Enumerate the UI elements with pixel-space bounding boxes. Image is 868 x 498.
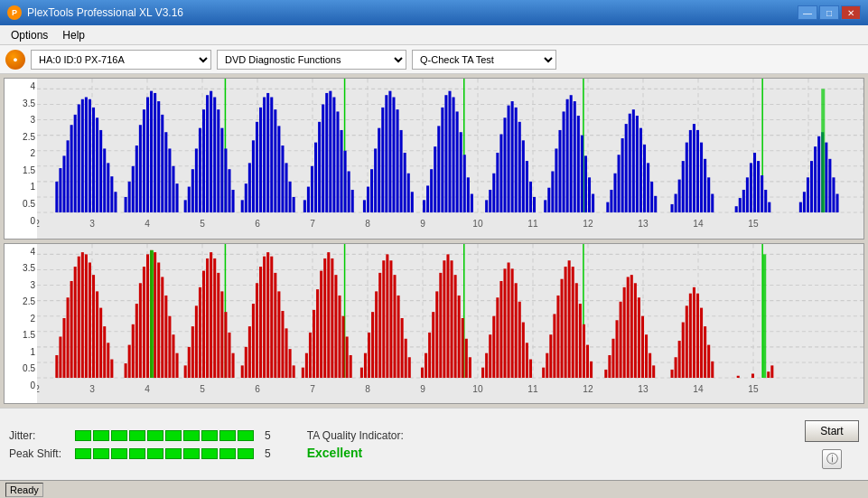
function-select[interactable]: DVD Diagnostic Functions	[217, 50, 406, 70]
menu-options[interactable]: Options	[4, 27, 55, 43]
svg-rect-313	[313, 309, 315, 377]
svg-rect-265	[125, 363, 127, 378]
svg-rect-383	[616, 320, 619, 378]
svg-rect-382	[611, 338, 614, 377]
svg-rect-56	[161, 115, 163, 212]
svg-rect-90	[303, 200, 306, 212]
jitter-bar-1	[75, 430, 91, 441]
svg-rect-410	[770, 365, 773, 378]
minimize-button[interactable]: —	[798, 5, 817, 20]
svg-rect-339	[425, 352, 427, 377]
bottom-chart-y-axis: 4 3.5 3 2.5 2 1.5 1 0.5 0	[5, 244, 37, 404]
maximize-button[interactable]: □	[819, 5, 839, 20]
svg-text:13: 13	[638, 217, 648, 229]
peak-shift-value: 5	[265, 447, 271, 460]
svg-rect-254	[74, 267, 77, 378]
svg-rect-130	[467, 177, 470, 212]
svg-rect-352	[481, 367, 484, 377]
svg-rect-297	[248, 326, 251, 378]
svg-rect-59	[172, 166, 174, 212]
svg-rect-385	[623, 287, 626, 377]
svg-rect-97	[329, 91, 331, 212]
svg-rect-359	[508, 262, 510, 378]
svg-rect-199	[810, 161, 813, 212]
svg-rect-31	[62, 155, 65, 212]
svg-text:5: 5	[200, 217, 205, 229]
svg-rect-99	[336, 111, 339, 212]
svg-rect-384	[620, 301, 622, 377]
peak-bar-8	[201, 448, 218, 459]
svg-rect-351	[469, 357, 471, 378]
svg-rect-142	[522, 140, 525, 212]
svg-rect-350	[465, 338, 468, 377]
svg-rect-306	[281, 311, 284, 378]
svg-rect-57	[164, 132, 167, 212]
svg-rect-74	[232, 190, 235, 212]
svg-rect-307	[285, 328, 288, 378]
status-text: Ready	[5, 483, 43, 497]
top-chart-container: 4 3.5 3 2.5 2 1.5 1 0.5 0	[4, 78, 864, 240]
svg-rect-280	[150, 249, 154, 377]
svg-rect-207	[821, 89, 825, 212]
peak-shift-meter	[75, 448, 254, 459]
svg-rect-370	[556, 295, 559, 377]
svg-rect-340	[428, 332, 431, 377]
jitter-bar-4	[129, 430, 145, 441]
svg-rect-32	[67, 140, 70, 212]
svg-rect-175	[675, 194, 677, 212]
svg-rect-190	[750, 163, 752, 212]
svg-rect-29	[55, 182, 58, 212]
svg-rect-116	[407, 174, 410, 212]
svg-rect-176	[678, 180, 681, 212]
svg-rect-106	[370, 169, 373, 212]
info-button[interactable]: ⓘ	[822, 449, 842, 469]
svg-rect-170	[643, 145, 646, 212]
svg-rect-277	[168, 315, 171, 377]
svg-rect-48	[132, 166, 135, 212]
test-select[interactable]: Q-Check TA Test	[412, 50, 556, 70]
drive-select[interactable]: HA:0 ID:0 PX-716A	[31, 50, 211, 70]
svg-rect-401	[696, 293, 699, 377]
svg-rect-138	[508, 106, 510, 212]
svg-rect-158	[588, 177, 591, 212]
main-content: 4 3.5 3 2.5 2 1.5 1 0.5 0	[0, 74, 868, 408]
svg-rect-333	[393, 275, 396, 378]
svg-rect-96	[325, 93, 328, 212]
y-label-25: 2.5	[6, 133, 35, 142]
y2-label-05: 0.5	[6, 364, 35, 373]
svg-rect-398	[686, 305, 688, 378]
svg-rect-64	[195, 148, 198, 212]
status-bar: Ready	[0, 480, 868, 498]
svg-rect-299	[256, 283, 258, 378]
svg-rect-368	[549, 334, 552, 378]
title-bar-controls: — □ ✕	[798, 5, 861, 20]
menu-help[interactable]: Help	[55, 27, 92, 43]
jitter-bar-9	[219, 430, 236, 441]
svg-rect-140	[515, 108, 518, 212]
svg-rect-404	[707, 344, 710, 377]
svg-rect-62	[188, 187, 191, 212]
svg-rect-317	[327, 252, 330, 378]
svg-rect-174	[671, 204, 674, 212]
svg-rect-329	[378, 272, 381, 377]
start-button[interactable]: Start	[805, 420, 859, 442]
svg-rect-30	[59, 168, 61, 212]
close-button[interactable]: ✕	[841, 5, 861, 20]
svg-rect-34	[74, 115, 77, 212]
peak-shift-row: Peak Shift: 5	[9, 447, 271, 460]
svg-rect-153	[570, 95, 573, 212]
svg-text:11: 11	[527, 382, 537, 394]
svg-rect-184	[707, 177, 710, 212]
svg-text:12: 12	[583, 217, 593, 229]
menu-bar: Options Help	[0, 25, 868, 45]
bottom-chart-area: 2 3 4 5 6 7 8 9 10 11 12 13 14 15	[37, 244, 863, 404]
svg-rect-165	[625, 124, 628, 212]
jitter-row: Jitter: 5	[9, 429, 271, 442]
svg-rect-341	[432, 312, 434, 378]
svg-rect-300	[259, 267, 262, 378]
svg-rect-369	[553, 314, 555, 378]
svg-rect-378	[586, 344, 589, 377]
svg-rect-111	[388, 91, 391, 212]
svg-rect-407	[751, 373, 754, 378]
svg-rect-381	[608, 354, 611, 377]
